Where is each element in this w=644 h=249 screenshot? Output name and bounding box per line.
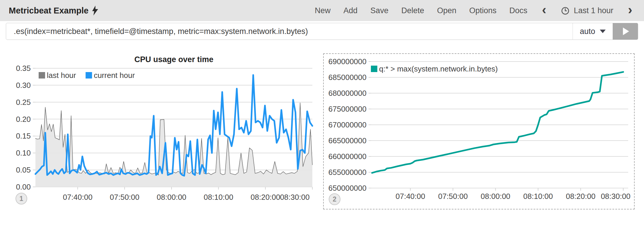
svg-text:current hour: current hour <box>94 71 135 80</box>
svg-text:0.15: 0.15 <box>16 132 31 140</box>
svg-text:08:30:00: 08:30:00 <box>601 192 630 201</box>
svg-text:0.20: 0.20 <box>16 115 31 124</box>
svg-text:08:30:00: 08:30:00 <box>280 193 309 202</box>
svg-text:655000000: 655000000 <box>328 168 366 177</box>
chevron-down-icon <box>600 30 606 33</box>
chart-index-badge-2: 2 <box>329 193 340 205</box>
svg-text:670000000: 670000000 <box>328 120 366 129</box>
svg-text:0.25: 0.25 <box>16 98 31 107</box>
network-bytes-chart: 6500000006550000006600000006650000006700… <box>324 54 634 209</box>
svg-text:07:40:00: 07:40:00 <box>395 192 425 201</box>
svg-text:CPU usage over time: CPU usage over time <box>134 55 213 64</box>
svg-text:680000000: 680000000 <box>328 89 366 98</box>
lightning-bolt-icon <box>92 6 98 16</box>
svg-text:0.30: 0.30 <box>16 81 31 90</box>
top-nav: New Add Save Delete Open Options Docs ‹ … <box>315 0 634 21</box>
svg-text:08:10:00: 08:10:00 <box>523 192 553 201</box>
nav-new[interactable]: New <box>315 6 330 15</box>
nav-options[interactable]: Options <box>469 6 496 15</box>
nav-add[interactable]: Add <box>343 6 357 15</box>
svg-text:08:00:00: 08:00:00 <box>157 193 186 202</box>
svg-text:650000000: 650000000 <box>328 184 366 192</box>
interval-select[interactable]: auto <box>573 23 613 40</box>
svg-text:08:20:00: 08:20:00 <box>251 193 280 202</box>
app-title-text: Metricbeat Example <box>9 6 88 16</box>
svg-text:07:50:00: 07:50:00 <box>110 193 139 202</box>
svg-text:last hour: last hour <box>47 71 76 80</box>
svg-text:660000000: 660000000 <box>328 152 366 161</box>
time-prev-button[interactable]: ‹ <box>540 4 548 16</box>
svg-text:0.10: 0.10 <box>16 149 31 157</box>
top-bar: Metricbeat Example New Add Save Delete O… <box>0 0 644 21</box>
nav-save[interactable]: Save <box>370 6 388 15</box>
svg-text:07:50:00: 07:50:00 <box>438 192 468 201</box>
time-next-button[interactable]: › <box>626 4 634 16</box>
chart-panel-cpu-usage[interactable]: 0.000.050.100.150.200.250.300.3507:40:00… <box>6 48 313 217</box>
nav-delete[interactable]: Delete <box>401 6 424 15</box>
svg-text:665000000: 665000000 <box>328 136 366 145</box>
nav-open[interactable]: Open <box>437 6 456 15</box>
time-picker-button[interactable]: Last 1 hour <box>561 6 613 15</box>
svg-text:08:10:00: 08:10:00 <box>204 193 233 202</box>
timelion-expression-input[interactable] <box>6 23 573 40</box>
clock-icon <box>561 6 570 15</box>
svg-text:q:* > max(system.network.in.by: q:* > max(system.network.in.bytes) <box>379 64 498 73</box>
run-query-button[interactable] <box>613 23 638 40</box>
timelion-query-bar: auto <box>6 23 638 40</box>
svg-text:08:00:00: 08:00:00 <box>481 192 510 201</box>
svg-text:675000000: 675000000 <box>328 105 366 113</box>
svg-text:0.00: 0.00 <box>16 183 31 191</box>
app-title: Metricbeat Example <box>9 0 98 21</box>
cpu-usage-chart: 0.000.050.100.150.200.250.300.3507:40:00… <box>6 48 313 217</box>
svg-text:685000000: 685000000 <box>328 73 366 82</box>
svg-text:07:40:00: 07:40:00 <box>63 193 93 202</box>
svg-text:0.05: 0.05 <box>16 166 31 174</box>
interval-value: auto <box>580 27 595 36</box>
time-range-label: Last 1 hour <box>574 6 613 15</box>
nav-docs[interactable]: Docs <box>509 6 527 15</box>
svg-text:0.35: 0.35 <box>16 64 31 73</box>
chart-panel-network-bytes-selected[interactable]: 6500000006550000006600000006650000006700… <box>323 53 635 209</box>
svg-text:08:20:00: 08:20:00 <box>566 192 595 201</box>
svg-text:690000000: 690000000 <box>328 57 366 66</box>
chart-index-badge-1: 1 <box>16 193 27 204</box>
play-icon <box>623 28 629 35</box>
